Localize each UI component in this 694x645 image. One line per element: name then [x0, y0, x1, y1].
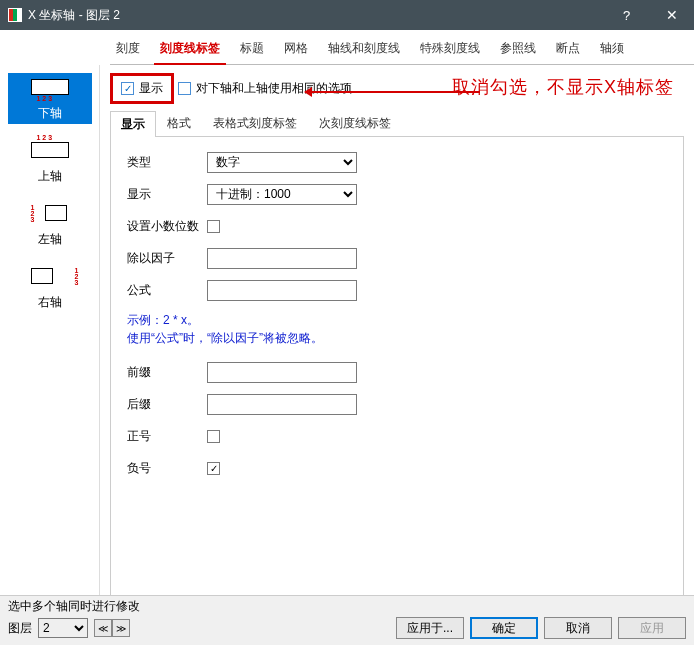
- plus-checkbox[interactable]: [207, 430, 220, 443]
- tab-scale[interactable]: 刻度: [110, 36, 146, 64]
- close-button[interactable]: ✕: [649, 0, 694, 30]
- show-checkbox-label: 显示: [139, 80, 163, 97]
- tab-reference-lines[interactable]: 参照线: [494, 36, 542, 64]
- help-button[interactable]: ?: [604, 0, 649, 30]
- prefix-input[interactable]: [207, 362, 357, 383]
- type-label: 类型: [127, 154, 207, 171]
- nav-bottom-axis[interactable]: 1 2 3 下轴: [8, 73, 92, 124]
- layer-select[interactable]: 2: [38, 618, 88, 638]
- nav-left-axis[interactable]: 123 左轴: [8, 199, 92, 250]
- suffix-input[interactable]: [207, 394, 357, 415]
- form-panel: 类型 数字 显示 十进制：1000 设置小数位数 除以因子 公式: [110, 137, 684, 617]
- tab-rug[interactable]: 轴须: [594, 36, 630, 64]
- apply-to-button[interactable]: 应用于...: [396, 617, 464, 639]
- window-title: X 坐标轴 - 图层 2: [28, 7, 120, 24]
- sub-tabs: 显示 格式 表格式刻度标签 次刻度线标签: [110, 110, 684, 137]
- layer-prev-button[interactable]: ≪: [94, 619, 112, 637]
- app-icon: [8, 8, 22, 22]
- tab-grid[interactable]: 网格: [278, 36, 314, 64]
- tab-title[interactable]: 标题: [234, 36, 270, 64]
- subtab-table-labels[interactable]: 表格式刻度标签: [202, 110, 308, 136]
- same-options-label: 对下轴和上轴使用相同的选项: [196, 80, 352, 97]
- plus-label: 正号: [127, 428, 207, 445]
- divide-input[interactable]: [207, 248, 357, 269]
- minus-checkbox[interactable]: ✓: [207, 462, 220, 475]
- subtab-display[interactable]: 显示: [110, 111, 156, 137]
- divide-label: 除以因子: [127, 250, 207, 267]
- show-checkbox-highlight: ✓ 显示: [110, 73, 174, 104]
- minus-label: 负号: [127, 460, 207, 477]
- cancel-button[interactable]: 取消: [544, 617, 612, 639]
- tab-special-ticks[interactable]: 特殊刻度线: [414, 36, 486, 64]
- tab-breaks[interactable]: 断点: [550, 36, 586, 64]
- formula-hint: 示例：2 * x。 使用“公式”时，“除以因子”将被忽略。: [127, 311, 667, 347]
- bottom-axis-icon: 1 2 3: [31, 79, 69, 101]
- formula-label: 公式: [127, 282, 207, 299]
- tab-axis-ticks[interactable]: 轴线和刻度线: [322, 36, 406, 64]
- decimal-label: 设置小数位数: [127, 218, 207, 235]
- layer-label: 图层: [8, 620, 32, 637]
- same-options-checkbox[interactable]: ✓: [178, 82, 191, 95]
- axis-side-nav: 1 2 3 下轴 1 2 3 上轴 123 左轴 123 右轴: [0, 65, 100, 625]
- multi-axis-hint: 选中多个轴同时进行修改: [8, 598, 686, 615]
- display-select[interactable]: 十进制：1000: [207, 184, 357, 205]
- apply-button[interactable]: 应用: [618, 617, 686, 639]
- title-bar: X 坐标轴 - 图层 2 ? ✕: [0, 0, 694, 30]
- nav-bottom-label: 下轴: [10, 105, 90, 122]
- decimal-checkbox[interactable]: [207, 220, 220, 233]
- dialog-footer: 选中多个轴同时进行修改 图层 2 ≪ ≫ 应用于... 确定 取消 应用: [0, 595, 694, 645]
- tab-tick-labels[interactable]: 刻度线标签: [154, 36, 226, 65]
- main-tabs: 刻度 刻度线标签 标题 网格 轴线和刻度线 特殊刻度线 参照线 断点 轴须: [110, 30, 694, 65]
- right-axis-icon: 123: [31, 268, 69, 290]
- top-axis-icon: 1 2 3: [31, 142, 69, 164]
- nav-top-label: 上轴: [10, 168, 90, 185]
- prefix-label: 前缀: [127, 364, 207, 381]
- suffix-label: 后缀: [127, 396, 207, 413]
- ok-button[interactable]: 确定: [470, 617, 538, 639]
- subtab-format[interactable]: 格式: [156, 110, 202, 136]
- subtab-minor-labels[interactable]: 次刻度线标签: [308, 110, 402, 136]
- layer-next-button[interactable]: ≫: [112, 619, 130, 637]
- nav-right-label: 右轴: [10, 294, 90, 311]
- content-area: ✓ 显示 ✓ 对下轴和上轴使用相同的选项 取消勾选，不显示X轴标签 显示 格式 …: [100, 65, 694, 625]
- show-checkbox[interactable]: ✓: [121, 82, 134, 95]
- nav-right-axis[interactable]: 123 右轴: [8, 262, 92, 313]
- nav-left-label: 左轴: [10, 231, 90, 248]
- nav-top-axis[interactable]: 1 2 3 上轴: [8, 136, 92, 187]
- display-label: 显示: [127, 186, 207, 203]
- formula-input[interactable]: [207, 280, 357, 301]
- annotation-text: 取消勾选，不显示X轴标签: [452, 75, 674, 99]
- left-axis-icon: 123: [31, 205, 69, 227]
- type-select[interactable]: 数字: [207, 152, 357, 173]
